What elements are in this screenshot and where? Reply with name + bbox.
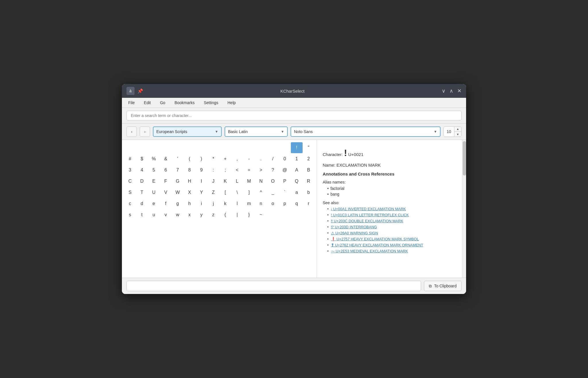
char-cell[interactable]: S (124, 187, 136, 198)
see-also-link[interactable]: ⁉ U+203D INTERROBANG (331, 225, 377, 229)
char-cell[interactable]: 9 (196, 165, 207, 176)
char-cell[interactable]: 5 (148, 165, 160, 176)
char-cell[interactable]: J (208, 176, 219, 187)
char-cell[interactable]: B (303, 165, 315, 176)
char-cell[interactable]: E (148, 176, 160, 187)
char-cell[interactable]: R (303, 176, 315, 187)
char-cell[interactable]: [ (219, 187, 231, 198)
clipboard-input[interactable] (126, 281, 421, 291)
char-cell[interactable]: s (124, 209, 136, 220)
char-cell[interactable]: D (136, 176, 148, 187)
char-cell[interactable]: 8 (184, 165, 196, 176)
char-cell[interactable]: I (196, 176, 207, 187)
font-size-down[interactable]: ▼ (454, 132, 461, 137)
char-cell[interactable]: Y (196, 187, 207, 198)
char-cell[interactable]: F (160, 176, 172, 187)
char-cell[interactable]: W (172, 187, 184, 198)
char-cell[interactable]: w (172, 209, 184, 220)
menu-bookmarks[interactable]: Bookmarks (173, 100, 196, 106)
char-cell[interactable]: \ (231, 187, 243, 198)
char-cell[interactable]: b (303, 187, 315, 198)
char-cell[interactable]: 3 (124, 165, 136, 176)
char-cell[interactable]: 2 (303, 153, 315, 164)
clipboard-button[interactable]: ⧉ To Clipboard (424, 281, 462, 291)
char-cell[interactable]: | (231, 209, 243, 220)
char-cell[interactable]: ' (172, 153, 184, 164)
char-cell[interactable]: g (172, 198, 184, 209)
char-cell[interactable]: u (148, 209, 160, 220)
char-cell[interactable]: O (267, 176, 279, 187)
char-cell[interactable]: < (231, 165, 243, 176)
char-cell[interactable]: % (148, 153, 160, 164)
menu-edit[interactable]: Edit (142, 100, 153, 106)
char-cell[interactable]: } (243, 209, 255, 220)
char-cell[interactable]: : (208, 165, 219, 176)
char-cell[interactable]: X (184, 187, 196, 198)
char-cell[interactable]: T (136, 187, 148, 198)
see-also-link[interactable]: ⚠ U+26A0 WARNING SIGN (331, 231, 378, 235)
block-dropdown[interactable]: Basic Latin ▼ (225, 126, 288, 137)
char-cell[interactable]: 7 (172, 165, 184, 176)
char-cell[interactable]: ? (267, 165, 279, 176)
char-cell[interactable]: * (208, 153, 219, 164)
char-cell[interactable]: q (291, 198, 303, 209)
char-cell[interactable]: > (255, 165, 267, 176)
search-input[interactable] (126, 111, 462, 120)
char-cell[interactable]: ^ (255, 187, 267, 198)
char-cell[interactable]: j (208, 198, 219, 209)
char-cell[interactable]: @ (279, 165, 291, 176)
char-cell[interactable]: o (267, 198, 279, 209)
see-also-link[interactable]: ¡ U+00A1 INVERTED EXCLAMATION MARK (331, 207, 406, 211)
char-cell[interactable]: ; (219, 165, 231, 176)
char-cell[interactable]: Q (291, 176, 303, 187)
scripts-dropdown[interactable]: European Scripts ▼ (153, 126, 222, 137)
char-cell[interactable]: k (219, 198, 231, 209)
char-cell[interactable]: G (172, 176, 184, 187)
char-cell[interactable]: e (148, 198, 160, 209)
char-cell[interactable]: 0 (279, 153, 291, 164)
char-cell[interactable]: v (160, 209, 172, 220)
char-cell[interactable]: z (208, 209, 219, 220)
char-cell[interactable]: K (219, 176, 231, 187)
char-cell[interactable]: a (291, 187, 303, 198)
char-cell[interactable]: ( (184, 153, 196, 164)
char-cell[interactable]: A (291, 165, 303, 176)
char-cell[interactable]: ) (196, 153, 207, 164)
char-cell[interactable]: + (219, 153, 231, 164)
char-cell[interactable]: x (184, 209, 196, 220)
see-also-link[interactable]: ❢ U+2762 HEAVY EXCLAMATION MARK ORNAMENT (331, 243, 423, 247)
char-cell[interactable]: H (184, 176, 196, 187)
char-cell[interactable]: _ (267, 187, 279, 198)
char-cell[interactable]: c (124, 198, 136, 209)
char-cell[interactable]: ~ (255, 209, 267, 220)
char-cell[interactable]: " (303, 142, 315, 153)
char-cell[interactable]: p (279, 198, 291, 209)
see-also-link[interactable]: ⁓ U+2E53 MEDIEVAL EXCLAMATION MARK (331, 249, 408, 253)
char-cell[interactable]: # (124, 153, 136, 164)
char-cell[interactable]: M (243, 176, 255, 187)
char-cell[interactable]: V (160, 187, 172, 198)
char-cell[interactable]: 6 (160, 165, 172, 176)
char-cell[interactable]: n (255, 198, 267, 209)
char-cell[interactable]: - (243, 153, 255, 164)
char-cell[interactable]: P (279, 176, 291, 187)
char-cell[interactable]: 1 (291, 153, 303, 164)
char-cell[interactable]: . (255, 153, 267, 164)
scrollbar-track[interactable] (462, 140, 466, 278)
menu-file[interactable]: File (126, 100, 137, 106)
char-cell[interactable]: ! (291, 142, 303, 153)
font-size-up[interactable]: ▲ (454, 126, 461, 132)
close-button[interactable]: ✕ (457, 88, 462, 93)
char-cell[interactable]: C (124, 176, 136, 187)
char-cell[interactable]: , (231, 153, 243, 164)
char-cell[interactable]: ` (279, 187, 291, 198)
pin-icon[interactable]: 📌 (137, 88, 143, 94)
char-cell[interactable]: ] (243, 187, 255, 198)
font-dropdown[interactable]: Noto Sans ▼ (291, 126, 441, 137)
char-cell[interactable]: $ (136, 153, 148, 164)
char-cell[interactable]: d (136, 198, 148, 209)
see-also-link[interactable]: ! U+01C3 LATIN LETTER RETROFLEX CLICK (331, 213, 409, 217)
char-cell[interactable]: r (303, 198, 315, 209)
maximize-button[interactable]: ∧ (449, 88, 453, 93)
char-cell[interactable]: y (196, 209, 207, 220)
